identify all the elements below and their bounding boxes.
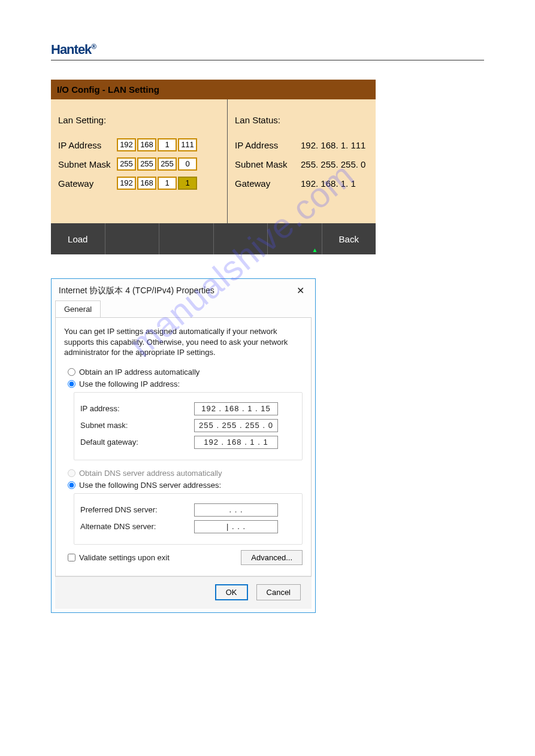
subnet-octet-1[interactable]: 255 [117, 157, 136, 171]
lan-row-subnet: Subnet Mask 255 255 255 0 [58, 157, 220, 171]
lan-row-gateway: Gateway 192 168 1 1 [58, 177, 220, 190]
alternate-dns-input[interactable]: | . . . [194, 520, 278, 533]
ip-octet-3[interactable]: 1 [158, 138, 177, 151]
lan-status-ip: IP Address 192. 168. 1. 111 [235, 138, 368, 151]
subnet-octet-3[interactable]: 255 [158, 157, 177, 171]
ok-button[interactable]: OK [215, 584, 248, 600]
cancel-button[interactable]: Cancel [256, 584, 301, 600]
lan-status-ip-label: IP Address [235, 140, 301, 150]
lan-setting-column: Lan Setting: IP Address 192 168 1 111 Su… [51, 99, 228, 223]
radio-obtain-dns: Obtain DNS server address automatically [68, 469, 303, 478]
lan-status-gateway-label: Gateway [235, 178, 301, 189]
lan-status-subnet-label: Subnet Mask [235, 159, 301, 169]
load-button[interactable]: Load [51, 223, 105, 254]
caret-up-icon: ▲ [312, 247, 318, 253]
footer-slot-2[interactable] [105, 223, 160, 254]
advanced-button[interactable]: Advanced... [241, 550, 303, 565]
lan-status-column: Lan Status: IP Address 192. 168. 1. 111 … [228, 99, 376, 223]
gateway-octet-1[interactable]: 192 [117, 177, 136, 190]
header-rule [51, 60, 484, 60]
gateway-octet-3[interactable]: 1 [158, 177, 177, 190]
ip-group: IP address: 192 . 168 . 1 . 15 Subnet ma… [74, 392, 303, 460]
lan-footer: Load ▲ Back [51, 223, 376, 254]
default-gateway-label: Default gateway: [80, 438, 194, 447]
lan-panel-title: I/O Config - LAN Setting [51, 80, 376, 99]
lan-ip-label: IP Address [58, 140, 117, 150]
lan-config-panel: I/O Config - LAN Setting Lan Setting: IP… [51, 80, 376, 254]
lan-status-gateway: Gateway 192. 168. 1. 1 [235, 177, 368, 190]
alternate-dns-label: Alternate DNS server: [80, 522, 194, 531]
brand-logo: Hantek® [51, 42, 484, 57]
ip-address-label: IP address: [80, 404, 194, 413]
dialog-title: Internet 协议版本 4 (TCP/IPv4) Properties [59, 286, 214, 296]
radio-use-ip[interactable]: Use the following IP address: [68, 379, 303, 388]
back-button[interactable]: Back [322, 223, 376, 254]
close-icon[interactable]: ✕ [293, 285, 308, 297]
lan-gateway-label: Gateway [58, 178, 117, 189]
lan-status-gateway-value: 192. 168. 1. 1 [301, 178, 356, 189]
dns-group: Preferred DNS server: . . . Alternate DN… [74, 493, 303, 545]
footer-slot-5[interactable]: ▲ [268, 223, 322, 254]
ip-address-input[interactable]: 192 . 168 . 1 . 15 [194, 402, 278, 415]
default-gateway-input[interactable]: 192 . 168 . 1 . 1 [194, 436, 278, 449]
radio-obtain-ip[interactable]: Obtain an IP address automatically [68, 368, 303, 377]
subnet-mask-input[interactable]: 255 . 255 . 255 . 0 [194, 419, 278, 432]
gateway-octet-4[interactable]: 1 [178, 177, 197, 190]
lan-subnet-label: Subnet Mask [58, 159, 117, 169]
ip-octet-4[interactable]: 111 [178, 138, 197, 151]
lan-status-heading: Lan Status: [235, 115, 368, 125]
preferred-dns-input[interactable]: . . . [194, 503, 278, 517]
lan-status-subnet-value: 255. 255. 255. 0 [301, 159, 365, 169]
tab-general[interactable]: General [55, 300, 101, 317]
intro-text: You can get IP settings assigned automat… [64, 326, 303, 358]
ip-octet-2[interactable]: 168 [137, 138, 156, 151]
footer-slot-4[interactable] [214, 223, 268, 254]
radio-use-dns[interactable]: Use the following DNS server addresses: [68, 481, 303, 490]
subnet-mask-label: Subnet mask: [80, 421, 194, 430]
preferred-dns-label: Preferred DNS server: [80, 505, 194, 514]
gateway-octet-2[interactable]: 168 [137, 177, 156, 190]
ip-octet-1[interactable]: 192 [117, 138, 136, 151]
footer-slot-3[interactable] [159, 223, 214, 254]
lan-setting-heading: Lan Setting: [58, 115, 220, 125]
subnet-octet-4[interactable]: 0 [178, 157, 197, 171]
lan-status-subnet: Subnet Mask 255. 255. 255. 0 [235, 157, 368, 171]
lan-row-ip: IP Address 192 168 1 111 [58, 138, 220, 151]
ipv4-properties-dialog: Internet 协议版本 4 (TCP/IPv4) Properties ✕ … [51, 278, 316, 613]
lan-status-ip-value: 192. 168. 1. 111 [301, 140, 365, 150]
subnet-octet-2[interactable]: 255 [137, 157, 156, 171]
